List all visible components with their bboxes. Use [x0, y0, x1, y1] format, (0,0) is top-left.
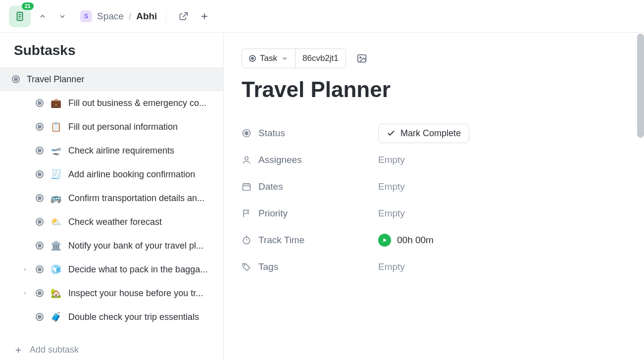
subtask-row[interactable]: Travel Planner	[0, 67, 223, 91]
subtask-emoji: 🏡	[50, 288, 61, 299]
status-circle-icon[interactable]	[36, 123, 44, 131]
flag-icon	[242, 208, 251, 218]
task-id: 86cvb2jt1	[302, 53, 339, 63]
svg-line-4	[183, 13, 187, 17]
field-dates[interactable]: Dates Empty	[242, 173, 626, 200]
play-icon	[382, 237, 388, 243]
subtask-row[interactable]: 🏛️Notify your bank of your travel pl...	[0, 234, 223, 258]
external-link-icon	[179, 11, 189, 21]
status-circle-icon[interactable]	[36, 242, 44, 250]
notification-count: 21	[22, 2, 34, 10]
field-tags[interactable]: Tags Empty	[242, 254, 626, 280]
task-type-label: Task	[260, 53, 277, 63]
status-circle-icon[interactable]	[12, 75, 20, 83]
tag-icon	[242, 262, 251, 272]
subtask-emoji: 🧳	[50, 311, 61, 322]
divider	[166, 10, 166, 22]
subtask-label: Notify your bank of your travel pl...	[68, 241, 214, 251]
subtask-emoji: ⛅	[50, 216, 61, 227]
subtask-row[interactable]: ⛅Check weather forecast	[0, 210, 223, 234]
subtask-row[interactable]: 🧊Decide what to pack in the bagga...	[0, 258, 223, 281]
add-subtask-button[interactable]: Add subtask	[0, 338, 223, 362]
svg-point-14	[245, 132, 248, 135]
expand-toggle[interactable]	[22, 291, 29, 296]
subtask-emoji: 🛫	[50, 145, 61, 156]
status-circle-icon[interactable]	[36, 147, 44, 155]
assignees-label: Assignees	[258, 155, 302, 165]
mark-complete-button[interactable]: Mark Complete	[378, 124, 469, 143]
status-label: Status	[258, 128, 285, 139]
subtask-emoji: 🚌	[50, 193, 61, 204]
subtask-row[interactable]: 🏡Inspect your house before you tr...	[0, 281, 223, 305]
chevron-down-icon	[58, 12, 66, 20]
image-icon	[356, 53, 367, 64]
sidebar-title: Subtasks	[0, 33, 223, 67]
subtask-row[interactable]: 📋Fill out personal information	[0, 115, 223, 139]
cover-image-button[interactable]	[352, 49, 372, 68]
status-circle-icon[interactable]	[36, 265, 44, 273]
status-icon	[242, 128, 251, 138]
subtask-label: Check weather forecast	[68, 217, 214, 227]
subtask-row[interactable]: 🚌Confirm transportation details an...	[0, 186, 223, 210]
dates-value: Empty	[378, 181, 405, 192]
assignees-value: Empty	[378, 155, 405, 165]
page-title[interactable]: Travel Planner	[242, 77, 626, 102]
app-badge[interactable]: 21	[9, 5, 31, 27]
subtask-label: Decide what to pack in the bagga...	[68, 264, 214, 275]
breadcrumb: S Space / Abhi	[80, 10, 157, 22]
open-external-button[interactable]	[175, 8, 192, 25]
clipboard-icon	[14, 11, 25, 22]
svg-point-24	[244, 264, 245, 265]
subtask-row[interactable]: 🛫Check airline requirements	[0, 139, 223, 162]
status-circle-icon[interactable]	[36, 194, 44, 202]
subtask-list: Travel Planner💼Fill out business & emerg…	[0, 67, 223, 338]
svg-marker-23	[384, 238, 387, 242]
priority-value: Empty	[378, 208, 405, 219]
nav-forward-button[interactable]	[54, 8, 70, 24]
subtask-label: Fill out business & emergency co...	[68, 98, 214, 108]
plus-icon	[14, 346, 23, 355]
task-id-pill[interactable]: 86cvb2jt1	[295, 49, 346, 68]
svg-rect-16	[243, 184, 250, 190]
play-timer-button[interactable]	[378, 234, 391, 247]
subtask-label: Confirm transportation details an...	[68, 193, 214, 204]
svg-marker-8	[24, 292, 26, 295]
status-circle-icon[interactable]	[36, 313, 44, 321]
breadcrumb-separator: /	[129, 11, 131, 22]
subtask-emoji: 🧾	[50, 169, 61, 180]
calendar-icon	[242, 182, 251, 192]
task-type-group: Task 86cvb2jt1	[242, 49, 346, 68]
nav-back-button[interactable]	[35, 8, 50, 24]
subtask-label: Fill out personal information	[68, 122, 214, 132]
breadcrumb-current[interactable]: Abhi	[136, 11, 157, 22]
field-priority[interactable]: Priority Empty	[242, 200, 626, 227]
chevron-down-icon	[281, 55, 288, 62]
subtask-label: Inspect your house before you tr...	[68, 288, 214, 299]
track-time-label: Track Time	[258, 235, 304, 246]
mark-complete-label: Mark Complete	[400, 128, 461, 139]
expand-toggle[interactable]	[22, 267, 29, 272]
check-icon	[387, 129, 396, 138]
chevron-up-icon	[39, 12, 47, 20]
status-circle-icon[interactable]	[36, 289, 44, 297]
field-track-time[interactable]: Track Time 00h 00m	[242, 227, 626, 254]
scrollbar-thumb[interactable]	[637, 34, 644, 138]
detail-header: Task 86cvb2jt1	[242, 49, 626, 68]
status-circle-icon[interactable]	[36, 170, 44, 178]
status-circle-icon[interactable]	[36, 218, 44, 226]
subtask-row[interactable]: 🧳Double check your trip essentials	[0, 305, 223, 329]
status-circle-icon[interactable]	[36, 99, 44, 107]
field-assignees[interactable]: Assignees Empty	[242, 147, 626, 173]
subtask-row[interactable]: 🧾Add airline booking confirmation	[0, 162, 223, 186]
user-icon	[242, 155, 251, 165]
task-type-selector[interactable]: Task	[242, 49, 295, 68]
subtask-emoji: 🧊	[50, 264, 61, 275]
main-split: Subtasks Travel Planner💼Fill out busines…	[0, 33, 644, 362]
new-button[interactable]	[196, 8, 213, 25]
subtask-row[interactable]: 💼Fill out business & emergency co...	[0, 91, 223, 115]
dates-label: Dates	[258, 181, 283, 192]
breadcrumb-space[interactable]: Space	[97, 11, 124, 22]
top-bar: 21 S Space / Abhi	[0, 0, 644, 33]
subtask-label: Add airline booking confirmation	[68, 169, 214, 180]
tags-label: Tags	[258, 261, 278, 272]
